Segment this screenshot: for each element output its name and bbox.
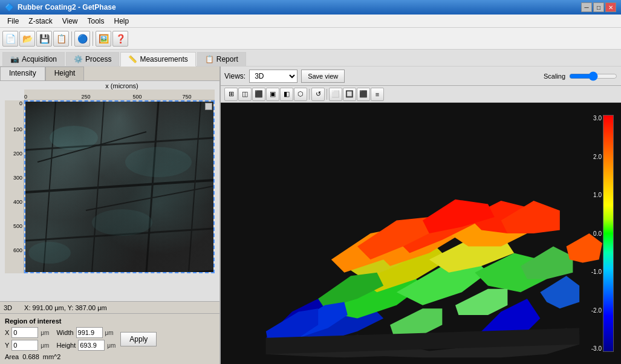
area-value: 0.688 [22,353,39,360]
left-panel: Intensity Height x (microns) y (microns)… [0,67,221,364]
refresh-btn[interactable]: ↺ [311,88,325,101]
tab-height[interactable]: Height [45,67,85,80]
tab-acquisition[interactable]: 📷 Acquisition [2,52,65,66]
tab-intensity[interactable]: Intensity [0,67,45,80]
process-icon: ⚙️ [74,55,83,63]
close-button[interactable]: ✕ [605,2,616,12]
tab-report[interactable]: 📋 Report [197,52,246,66]
tick-y-100: 100 [13,126,22,132]
svg-point-12 [92,209,152,236]
export-button[interactable]: 📋 [53,31,69,47]
x-axis-label: x (microns) [0,81,219,89]
tab-process-label: Process [85,55,111,63]
menu-help[interactable]: Help [109,16,134,27]
new-button[interactable]: 📄 [2,31,18,47]
svg-point-10 [50,126,98,150]
image-area: y (microns) 0 250 500 750 0 100 200 300 … [5,89,215,273]
svg-point-13 [28,242,71,264]
tick-y-300: 300 [13,175,22,181]
maximize-button[interactable]: □ [593,2,604,12]
tick-y-0: 0 [19,100,22,106]
views-dropdown[interactable]: 3D 2D Profile [249,70,297,83]
app-icon: 🔷 [5,3,14,11]
tab-report-label: Report [216,55,238,63]
save-button[interactable]: 💾 [36,31,52,47]
view3d-btn-3[interactable]: ⬛ [357,88,370,101]
roi-width-label: Width [56,329,73,336]
menu-file[interactable]: File [2,16,24,27]
roi-y-input[interactable] [11,340,38,351]
apply-button[interactable]: Apply [120,332,157,346]
microscope-image[interactable] [24,100,215,273]
image-button[interactable]: 🖼️ [96,31,111,47]
scale-2-pos: 2.0 [591,154,602,160]
main-content: Intensity Height x (microns) y (microns)… [0,67,621,364]
view-btn-3[interactable]: ⬛ [252,88,265,101]
tick-y-400: 400 [13,199,22,205]
right-panel: Views: 3D 2D Profile Save view Scaling ⊞… [221,67,621,364]
view-btn-6[interactable]: ⬡ [294,88,307,101]
svg-point-11 [125,147,192,177]
toolbar: 📄 📂 💾 📋 🔵 🖼️ ❓ [0,28,621,50]
help-button[interactable]: ❓ [112,31,128,47]
view3d-btn-1[interactable]: ⬜ [329,88,342,101]
roi-x-unit: μm [41,330,49,336]
area-unit: mm^2 [43,353,61,360]
svg-line-6 [189,102,201,272]
menu-tools[interactable]: Tools [82,16,109,27]
camera-button[interactable]: 🔵 [74,31,90,47]
right-icon-sep-2 [327,89,327,100]
views-label: Views: [224,72,245,80]
svg-line-5 [146,102,158,272]
corner-resize-icon[interactable] [205,103,212,110]
tick-x-500: 500 [133,94,142,100]
view3d-btn-2[interactable]: 🔲 [343,88,356,101]
roi-height-unit: μm [107,342,115,349]
scale-0: 0.0 [591,230,602,237]
roi-x-input[interactable] [11,327,38,338]
minimize-button[interactable]: ─ [581,2,592,12]
svg-line-1 [25,180,213,192]
tick-x-750: 750 [182,94,191,100]
measurements-icon: 📏 [128,55,137,63]
view3d-btn-4[interactable]: ≡ [371,88,384,101]
scaling-slider[interactable] [569,71,617,81]
roi-width-input[interactable] [76,327,103,338]
tab-measurements-label: Measurements [140,55,187,63]
roi-width-unit: μm [105,330,114,336]
grid-btn[interactable]: ⊞ [224,88,238,101]
scale-2-neg: -2.0 [591,307,602,314]
roi-height-label: Height [56,342,76,349]
right-icon-sep-1 [309,89,310,100]
roi-height-input[interactable] [78,340,105,351]
report-icon: 📋 [205,55,214,63]
scale-labels: 3.0 2.0 1.0 0.0 -1.0 -2.0 -3.0 [591,115,602,352]
view-btn-2[interactable]: ◫ [238,88,252,101]
scale-1-pos: 1.0 [591,192,602,198]
menu-zstack[interactable]: Z-stack [24,16,57,27]
view-3d[interactable]: 3.0 2.0 1.0 0.0 -1.0 -2.0 -3.0 [221,103,621,364]
tab-process[interactable]: ⚙️ Process [66,52,119,66]
scaling-label: Scaling [544,73,565,80]
tab-measurements[interactable]: 📏 Measurements [120,52,195,67]
save-view-button[interactable]: Save view [301,70,345,83]
terrain-visualization [227,103,605,364]
inner-tab-bar: Intensity Height [0,67,219,81]
status-mode: 3D [4,304,12,311]
toolbar-separator-1 [71,31,72,46]
tick-y-500: 500 [13,223,22,229]
view-btn-4[interactable]: ▣ [266,88,279,101]
open-button[interactable]: 📂 [19,31,35,47]
scale-3-pos: 3.0 [591,115,602,122]
menu-view[interactable]: View [57,16,83,27]
area-row: Area 0.688 mm^2 [5,353,215,360]
view-btn-5[interactable]: ◧ [280,88,293,101]
tick-y-600: 600 [13,247,22,253]
right-icon-toolbar: ⊞ ◫ ⬛ ▣ ◧ ⬡ ↺ ⬜ 🔲 ⬛ ≡ [221,86,621,103]
crack-pattern [25,102,213,272]
roi-title: Region of interest [5,317,215,325]
title-bar: 🔷 Rubber Coating2 - GetPhase ─ □ ✕ [0,0,621,15]
title-bar-controls: ─ □ ✕ [581,2,616,12]
color-scale-bar [603,115,614,352]
cursor-position: X: 991.00 μm, Y: 387.00 μm [24,304,107,311]
